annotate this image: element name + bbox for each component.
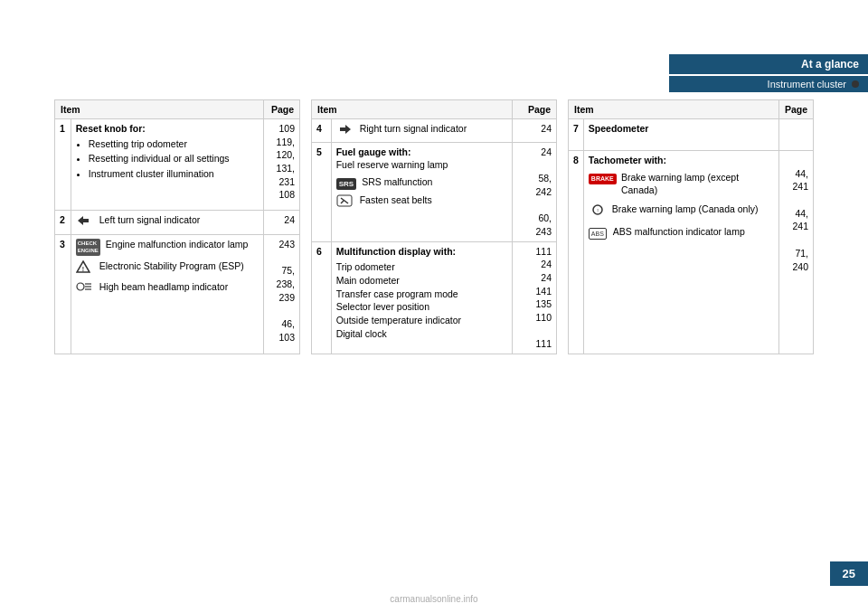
row-pages: 1112424141135110111 [512, 241, 556, 354]
srs-icon: SRS [336, 175, 358, 190]
row-number: 6 [312, 241, 332, 354]
icon-row: ! Electronic Stability Program (ESP) [76, 259, 259, 277]
row-number: 8 [569, 151, 584, 354]
row-pages: 44,24144,24171,240 [778, 151, 813, 354]
seatbelt-label: Fasten seat belts [360, 193, 432, 207]
svg-line-8 [341, 201, 344, 203]
brake-icon: BRAKE [589, 171, 618, 185]
list-item: Selector lever position [336, 300, 507, 314]
list-item: Trip odometer [336, 260, 507, 274]
row-number: 3 [55, 235, 71, 354]
row-number: 5 [312, 142, 332, 241]
list-item: Digital clock [336, 327, 507, 341]
svg-point-2 [77, 283, 84, 290]
page-number-badge: 25 [830, 561, 868, 586]
row-content: Speedometer [583, 119, 778, 151]
table-row: 8 Tachometer with: BRAKE Brake warning l… [569, 151, 814, 354]
subitem-row: ! Brake warning lamp (Canada only) [589, 203, 774, 220]
list-item: Main odometer [336, 274, 507, 288]
row-content: Right turn signal indicator [331, 119, 512, 143]
brake-label: Brake warning lamp (except Canada) [621, 171, 774, 197]
turn-right-icon [336, 122, 356, 139]
svg-text:!: ! [597, 208, 599, 213]
fuel-reserve-label: Fuel reserve warning lamp [336, 159, 448, 170]
row-label: Engine malfunction indicator lamp [106, 238, 249, 251]
table-row: 1 Reset knob for: Resetting trip odomete… [55, 119, 300, 211]
list-item: Instrument cluster illumination [89, 167, 259, 181]
srs-label: SRS malfunction [362, 175, 432, 189]
table-row: 4 Right turn signal indicator 24 [312, 119, 557, 143]
abs-label: ABS malfunction indicator lamp [613, 225, 745, 239]
icon-row: Fasten seat belts [336, 193, 507, 211]
abs-icon: ABS [589, 225, 609, 240]
row-label: Left turn signal indicator [99, 213, 200, 227]
table3-page-header: Page [778, 100, 813, 119]
row-content: Tachometer with: BRAKE Brake warning lam… [583, 151, 778, 354]
highbeam-label: High beam headlamp indicator [99, 280, 228, 294]
table-2: Item Page 4 Right turn signal indicator … [311, 99, 557, 354]
list-item: Outside temperature indicator [336, 314, 507, 327]
highbeam-icon [76, 280, 96, 296]
row-pages: 2458,24260,243 [512, 142, 556, 241]
subitem-row: ABS ABS malfunction indicator lamp [589, 225, 774, 240]
table2-item-header: Item [312, 100, 513, 119]
watermark: carmanualsonline.info [390, 594, 477, 604]
icon-row: High beam headlamp indicator [76, 280, 259, 296]
header-area: At a glance Instrument cluster [669, 54, 868, 92]
list-item: Resetting trip odometer [89, 137, 259, 151]
icon-row: ABS ABS malfunction indicator lamp [589, 225, 774, 240]
subitem-row: ! Electronic Stability Program (ESP) [76, 259, 259, 277]
esp-label: Electronic Stability Program (ESP) [99, 259, 244, 273]
row-pages: 109119,120,131,231108 [263, 119, 299, 211]
table1-page-header: Page [263, 100, 299, 119]
row-number: 2 [55, 210, 71, 234]
table1-item-header: Item [55, 100, 264, 119]
bullet-list: Resetting trip odometer Resetting indivi… [76, 137, 259, 181]
icon-row: CHECKENGINE Engine malfunction indicator… [76, 238, 259, 256]
multifunction-items: Trip odometer Main odometer Transfer cas… [336, 260, 507, 340]
list-item: Transfer case program mode [336, 288, 507, 301]
header-subtitle: Instrument cluster [669, 76, 868, 92]
row-label: Right turn signal indicator [360, 122, 467, 136]
brake-canada-label: Brake warning lamp (Canada only) [612, 203, 759, 216]
row-content: Left turn signal indicator [71, 210, 263, 234]
icon-row: BRAKE Brake warning lamp (except Canada) [589, 171, 774, 197]
content-area: Item Page 1 Reset knob for: Resetting tr… [54, 99, 814, 354]
row-pages: 24375,238,23946,103 [263, 235, 299, 354]
table2-page-header: Page [512, 100, 556, 119]
row-content: Multifunction display with: Trip odomete… [331, 241, 512, 354]
subitem-row: High beam headlamp indicator [76, 280, 259, 296]
table-row: 6 Multifunction display with: Trip odome… [312, 241, 557, 354]
icon-row: ! Brake warning lamp (Canada only) [589, 203, 774, 220]
seatbelt-icon [336, 193, 356, 211]
header-title: At a glance [669, 54, 868, 74]
turn-left-icon [76, 213, 96, 231]
row-content: Reset knob for: Resetting trip odometer … [71, 119, 263, 211]
table-row: 7 Speedometer [569, 119, 814, 151]
svg-text:!: ! [82, 266, 84, 272]
table3-item-header: Item [569, 100, 779, 119]
table-row: 2 Left turn signal indicator 24 [55, 210, 300, 234]
row-content: Fuel gauge with: Fuel reserve warning la… [331, 142, 512, 241]
row-number: 1 [55, 119, 71, 211]
row-pages: 24 [263, 210, 299, 234]
row-number: 4 [312, 119, 332, 143]
subitem-row: BRAKE Brake warning lamp (except Canada) [589, 171, 774, 197]
icon-row: Right turn signal indicator [336, 122, 507, 139]
icon-row: SRS SRS malfunction [336, 175, 507, 190]
check-engine-icon: CHECKENGINE [76, 238, 102, 256]
list-item: Resetting individual or all settings [89, 152, 259, 165]
brake-canada-icon: ! [589, 203, 609, 220]
table-3: Item Page 7 Speedometer 8 Tachometer wit… [568, 99, 814, 354]
table-1: Item Page 1 Reset knob for: Resetting tr… [54, 99, 300, 354]
row-pages: 24 [512, 119, 556, 143]
row-pages [778, 119, 813, 151]
row-content: CHECKENGINE Engine malfunction indicator… [71, 235, 263, 354]
icon-row: Left turn signal indicator [76, 213, 259, 231]
table-row: 3 CHECKENGINE Engine malfunction indicat… [55, 235, 300, 354]
table-row: 5 Fuel gauge with: Fuel reserve warning … [312, 142, 557, 241]
warning-triangle-icon: ! [76, 259, 96, 277]
subitem-row: Fasten seat belts [336, 193, 507, 211]
row-number: 7 [569, 119, 584, 151]
subitem-row: SRS SRS malfunction [336, 175, 507, 190]
